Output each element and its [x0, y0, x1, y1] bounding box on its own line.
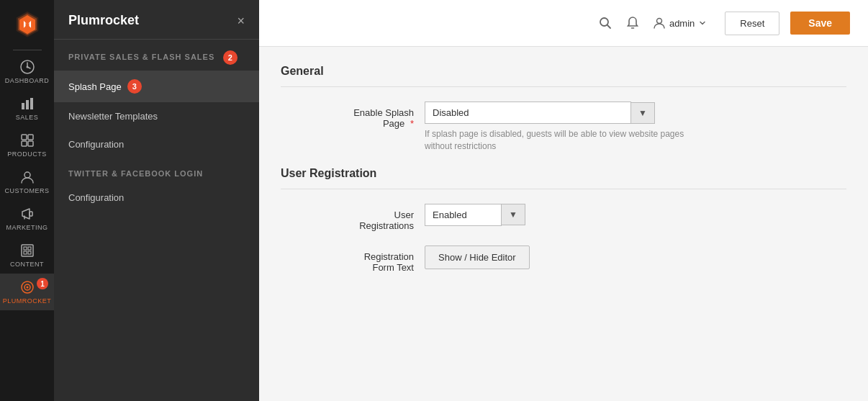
- sales-label: SALES: [16, 114, 39, 121]
- sidebar-item-sales[interactable]: SALES: [0, 90, 54, 127]
- dashboard-label: DASHBOARD: [5, 77, 50, 84]
- registration-form-text-label: Registration Form Text: [309, 245, 425, 273]
- user-registrations-select-arrow[interactable]: ▼: [502, 204, 525, 225]
- svg-point-20: [656, 19, 661, 24]
- reset-button[interactable]: Reset: [725, 12, 779, 35]
- svg-rect-11: [22, 245, 33, 256]
- svg-rect-4: [30, 98, 33, 109]
- svg-rect-2: [22, 103, 24, 109]
- header-icons: admin: [598, 16, 707, 30]
- registration-form-text-field: Show / Hide Editor: [425, 245, 846, 269]
- user-menu[interactable]: admin: [653, 17, 707, 30]
- sidebar-panel: Plumrocket × Private Sales & Flash Sales…: [54, 0, 259, 401]
- magento-logo: [9, 7, 45, 43]
- sidebar-item-dashboard[interactable]: DASHBOARD: [0, 53, 54, 90]
- svg-point-9: [24, 172, 30, 178]
- enable-splash-select-arrow[interactable]: ▼: [631, 102, 655, 124]
- sidebar-header: Plumrocket ×: [54, 0, 259, 40]
- sidebar-item-products[interactable]: PRODUCTS: [0, 127, 54, 163]
- svg-rect-13: [28, 247, 31, 250]
- user-registration-section: User Registration User Registrations Ena…: [281, 167, 846, 273]
- plumrocket-badge: 1: [37, 278, 48, 289]
- svg-rect-7: [22, 141, 27, 146]
- svg-rect-10: [30, 212, 32, 216]
- search-button[interactable]: [598, 16, 612, 30]
- enable-splash-field: Disabled Enabled ▼ If splash page is dis…: [425, 102, 846, 153]
- general-divider: [281, 86, 846, 87]
- enable-splash-select-wrapper: Disabled Enabled ▼: [425, 102, 655, 124]
- enable-splash-row: Enable Splash Page * Disabled Enabled ▼ …: [281, 102, 846, 153]
- user-registrations-select[interactable]: Enabled Disabled: [425, 204, 502, 226]
- sidebar-item-newsletter-templates[interactable]: Newsletter Templates: [54, 102, 259, 130]
- sidebar-close-button[interactable]: ×: [237, 14, 245, 27]
- marketing-label: MARKETING: [6, 224, 48, 231]
- sidebar-item-marketing[interactable]: MARKETING: [0, 200, 54, 237]
- content-label: CONTENT: [10, 261, 44, 268]
- enable-splash-label: Enable Splash Page *: [309, 102, 425, 129]
- user-registrations-label: User Registrations: [309, 204, 425, 231]
- sidebar-item-splash-page[interactable]: Splash Page 3: [54, 71, 259, 102]
- header-right: admin Reset Save: [277, 12, 850, 35]
- svg-rect-15: [28, 251, 31, 254]
- svg-rect-8: [28, 141, 33, 146]
- notification-button[interactable]: [625, 16, 640, 30]
- icon-bar: DASHBOARD SALES PRODUCTS CUSTOMERS: [0, 0, 54, 401]
- user-label: admin: [669, 18, 695, 29]
- plumrocket-label: PLUMROCKET: [3, 297, 52, 305]
- svg-rect-3: [26, 100, 29, 109]
- user-registrations-select-wrapper: Enabled Disabled ▼: [425, 204, 525, 226]
- user-registration-divider: [281, 189, 846, 189]
- svg-point-18: [26, 287, 28, 289]
- enable-splash-select[interactable]: Disabled Enabled: [425, 102, 631, 124]
- products-label: PRODUCTS: [7, 150, 47, 158]
- customers-label: CUSTOMERS: [5, 187, 50, 194]
- sidebar-item-customers[interactable]: CUSTOMERS: [0, 163, 54, 200]
- registration-form-text-row: Registration Form Text Show / Hide Edito…: [281, 245, 846, 273]
- svg-point-1: [26, 66, 28, 68]
- main-header: admin Reset Save: [259, 0, 868, 47]
- sidebar-item-content[interactable]: CONTENT: [0, 237, 54, 274]
- user-registration-heading: User Registration: [281, 167, 846, 180]
- main-content-area: admin Reset Save General Enable Splash P…: [259, 0, 868, 401]
- enable-splash-hint: If splash page is disabled, guests will …: [425, 128, 713, 153]
- svg-rect-14: [24, 251, 27, 254]
- sidebar-section-private-sales: Private Sales & Flash Sales 2: [54, 40, 259, 71]
- general-section: General Enable Splash Page * Disabled En…: [281, 65, 846, 153]
- svg-point-19: [600, 18, 608, 26]
- private-sales-badge: 2: [223, 50, 238, 65]
- sidebar-item-plumrocket[interactable]: PLUMROCKET 1: [0, 274, 54, 310]
- user-registrations-row: User Registrations Enabled Disabled ▼: [281, 204, 846, 231]
- svg-rect-12: [24, 247, 27, 250]
- required-marker: *: [410, 118, 414, 129]
- splash-page-badge: 3: [127, 79, 142, 94]
- page-body: General Enable Splash Page * Disabled En…: [259, 47, 868, 401]
- svg-rect-6: [28, 135, 33, 140]
- sidebar-section-twitter-facebook: Twitter & Facebook Login: [54, 158, 259, 184]
- sidebar-item-tf-configuration[interactable]: Configuration: [54, 184, 259, 212]
- sidebar-title: Plumrocket: [68, 13, 139, 28]
- user-registrations-field: Enabled Disabled ▼: [425, 204, 846, 226]
- svg-rect-5: [22, 135, 27, 140]
- general-heading: General: [281, 65, 846, 78]
- sidebar-item-configuration[interactable]: Configuration: [54, 130, 259, 158]
- divider: [13, 50, 42, 50]
- save-button[interactable]: Save: [790, 12, 850, 35]
- show-hide-editor-button[interactable]: Show / Hide Editor: [425, 245, 530, 269]
